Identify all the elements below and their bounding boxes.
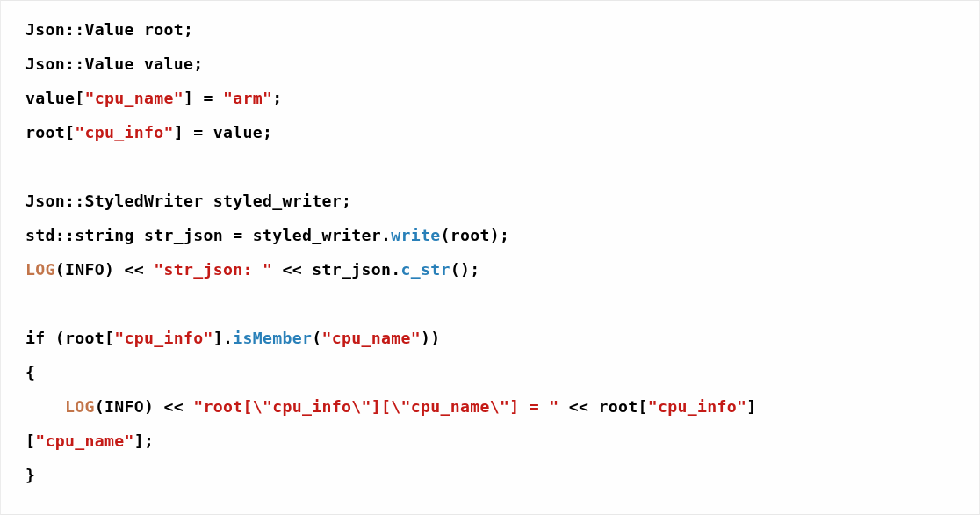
code-token-plain: Json::Value root;	[25, 20, 193, 39]
code-token-string: "cpu_info"	[114, 329, 213, 347]
code-token-string: "cpu_name"	[35, 432, 134, 450]
code-token-string: "cpu_name"	[85, 89, 184, 107]
code-token-string: "str_json: "	[154, 260, 272, 279]
code-token-plain: {	[25, 363, 35, 381]
code-token-plain: value[	[25, 89, 85, 107]
code-token-plain: (root);	[441, 226, 510, 244]
code-token-func: write	[391, 226, 440, 244]
code-token-plain: ]	[746, 397, 756, 416]
code-token-plain: ] = value;	[174, 123, 273, 141]
code-token-macro: LOG	[25, 260, 55, 279]
code-token-plain: [	[25, 432, 35, 450]
code-token-plain: << root[	[559, 397, 648, 416]
code-token-plain: (	[312, 329, 321, 347]
code-token-plain: ))	[421, 329, 441, 347]
code-token-string: "root[\"cpu_info\"][\"cpu_name\"] = "	[193, 397, 558, 416]
code-content: Json::Value root; Json::Value value; val…	[25, 20, 757, 484]
code-token-plain: Json::StyledWriter styled_writer;	[25, 192, 351, 210]
code-token-string: "cpu_info"	[648, 397, 747, 416]
code-token-plain: (INFO) <<	[95, 397, 194, 416]
code-token-plain: }	[25, 466, 35, 484]
code-token-string: "cpu_name"	[322, 329, 422, 347]
code-token-plain: ] =	[184, 89, 223, 107]
code-token-plain: ];	[134, 432, 155, 450]
code-token-string: "cpu_info"	[75, 123, 174, 141]
code-token-plain: << str_json.	[272, 260, 400, 279]
code-token-plain: std::string str_json = styled_writer.	[25, 226, 391, 244]
code-token-string: "arm"	[223, 89, 272, 107]
code-token-plain: (INFO) <<	[55, 260, 155, 279]
code-token-keyword: if	[25, 329, 46, 347]
code-token-macro: LOG	[65, 397, 95, 416]
code-token-plain: ].	[213, 329, 234, 347]
code-token-plain: (root[	[46, 329, 115, 347]
code-token-plain: Json::Value value;	[25, 54, 204, 73]
code-token-func: isMember	[233, 329, 312, 347]
code-token-plain: ;	[272, 89, 282, 107]
code-block: Json::Value root; Json::Value value; val…	[0, 0, 980, 515]
code-token-plain: ();	[450, 260, 480, 279]
code-token-func: c_str	[401, 260, 450, 279]
code-token-plain: root[	[25, 123, 75, 141]
